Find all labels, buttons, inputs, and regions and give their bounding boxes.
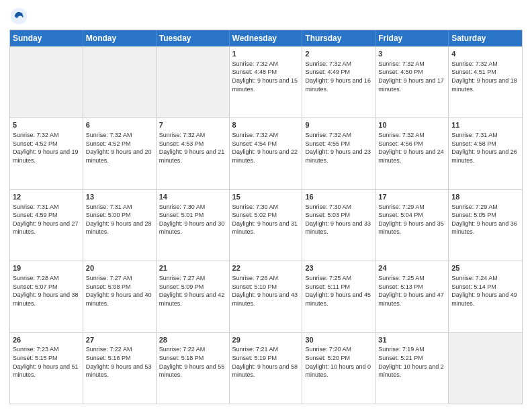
calendar-cell: 5Sunrise: 7:32 AMSunset: 4:52 PMDaylight… — [10, 118, 83, 189]
day-number: 6 — [86, 120, 153, 130]
day-number: 3 — [378, 49, 445, 59]
calendar-cell: 11Sunrise: 7:31 AMSunset: 4:58 PMDayligh… — [449, 118, 522, 189]
cell-info: Sunrise: 7:32 AMSunset: 4:54 PMDaylight:… — [232, 131, 300, 165]
cell-info: Sunrise: 7:32 AMSunset: 4:56 PMDaylight:… — [378, 131, 445, 165]
calendar-body: 1Sunrise: 7:32 AMSunset: 4:48 PMDaylight… — [10, 46, 522, 404]
day-number: 30 — [305, 335, 372, 345]
cell-info: Sunrise: 7:29 AMSunset: 5:04 PMDaylight:… — [378, 203, 445, 236]
cell-info: Sunrise: 7:31 AMSunset: 4:59 PMDaylight:… — [13, 203, 80, 236]
cell-info: Sunrise: 7:31 AMSunset: 5:00 PMDaylight:… — [86, 203, 153, 236]
calendar-cell: 13Sunrise: 7:31 AMSunset: 5:00 PMDayligh… — [83, 190, 157, 261]
calendar-cell: 6Sunrise: 7:32 AMSunset: 4:52 PMDaylight… — [83, 118, 157, 189]
cell-info: Sunrise: 7:32 AMSunset: 4:52 PMDaylight:… — [13, 131, 80, 165]
calendar-header-cell: Tuesday — [157, 30, 230, 46]
calendar-cell: 28Sunrise: 7:22 AMSunset: 5:18 PMDayligh… — [157, 333, 230, 404]
day-number: 23 — [305, 263, 372, 273]
cell-info: Sunrise: 7:23 AMSunset: 5:15 PMDaylight:… — [13, 345, 80, 379]
calendar-cell: 9Sunrise: 7:32 AMSunset: 4:55 PMDaylight… — [302, 118, 375, 189]
cell-info: Sunrise: 7:29 AMSunset: 5:05 PMDaylight:… — [451, 203, 519, 236]
calendar-cell: 23Sunrise: 7:25 AMSunset: 5:11 PMDayligh… — [302, 261, 375, 332]
calendar-cell: 17Sunrise: 7:29 AMSunset: 5:04 PMDayligh… — [375, 190, 449, 261]
cell-info: Sunrise: 7:22 AMSunset: 5:18 PMDaylight:… — [159, 345, 226, 379]
calendar-cell — [157, 47, 230, 118]
day-number: 26 — [13, 335, 80, 345]
day-number: 22 — [232, 263, 300, 273]
calendar-cell: 25Sunrise: 7:24 AMSunset: 5:14 PMDayligh… — [449, 261, 522, 332]
day-number: 2 — [305, 49, 372, 59]
calendar-cell: 14Sunrise: 7:30 AMSunset: 5:01 PMDayligh… — [157, 190, 230, 261]
calendar-cell: 20Sunrise: 7:27 AMSunset: 5:08 PMDayligh… — [83, 261, 157, 332]
calendar-header-cell: Thursday — [302, 30, 375, 46]
calendar-cell: 15Sunrise: 7:30 AMSunset: 5:02 PMDayligh… — [230, 190, 303, 261]
calendar-cell: 16Sunrise: 7:30 AMSunset: 5:03 PMDayligh… — [302, 190, 375, 261]
day-number: 18 — [451, 192, 519, 202]
calendar-header: SundayMondayTuesdayWednesdayThursdayFrid… — [10, 30, 522, 46]
cell-info: Sunrise: 7:32 AMSunset: 4:49 PMDaylight:… — [305, 60, 372, 93]
calendar-header-cell: Monday — [83, 30, 157, 46]
cell-info: Sunrise: 7:32 AMSunset: 4:55 PMDaylight:… — [305, 131, 372, 165]
cell-info: Sunrise: 7:20 AMSunset: 5:20 PMDaylight:… — [305, 345, 372, 379]
cell-info: Sunrise: 7:22 AMSunset: 5:16 PMDaylight:… — [86, 345, 153, 379]
calendar-header-cell: Friday — [375, 30, 449, 46]
cell-info: Sunrise: 7:32 AMSunset: 4:50 PMDaylight:… — [378, 60, 445, 93]
day-number: 27 — [86, 335, 153, 345]
calendar-cell: 18Sunrise: 7:29 AMSunset: 5:05 PMDayligh… — [449, 190, 522, 261]
day-number: 10 — [378, 120, 445, 130]
calendar-cell: 26Sunrise: 7:23 AMSunset: 5:15 PMDayligh… — [10, 333, 83, 404]
day-number: 20 — [86, 263, 153, 273]
day-number: 14 — [159, 192, 226, 202]
cell-info: Sunrise: 7:32 AMSunset: 4:51 PMDaylight:… — [451, 60, 519, 93]
calendar-cell: 27Sunrise: 7:22 AMSunset: 5:16 PMDayligh… — [83, 333, 157, 404]
cell-info: Sunrise: 7:27 AMSunset: 5:09 PMDaylight:… — [159, 274, 226, 308]
cell-info: Sunrise: 7:30 AMSunset: 5:03 PMDaylight:… — [305, 203, 372, 236]
calendar-row: 19Sunrise: 7:28 AMSunset: 5:07 PMDayligh… — [10, 261, 522, 332]
calendar-cell: 10Sunrise: 7:32 AMSunset: 4:56 PMDayligh… — [375, 118, 449, 189]
day-number: 31 — [378, 335, 445, 345]
calendar-cell: 21Sunrise: 7:27 AMSunset: 5:09 PMDayligh… — [157, 261, 230, 332]
calendar-cell: 24Sunrise: 7:25 AMSunset: 5:13 PMDayligh… — [375, 261, 449, 332]
cell-info: Sunrise: 7:24 AMSunset: 5:14 PMDaylight:… — [451, 274, 519, 308]
header — [9, 7, 523, 26]
page: SundayMondayTuesdayWednesdayThursdayFrid… — [0, 0, 532, 411]
cell-info: Sunrise: 7:32 AMSunset: 4:48 PMDaylight:… — [232, 60, 300, 93]
cell-info: Sunrise: 7:32 AMSunset: 4:53 PMDaylight:… — [159, 131, 226, 165]
day-number: 17 — [378, 192, 445, 202]
day-number: 24 — [378, 263, 445, 273]
calendar-row: 1Sunrise: 7:32 AMSunset: 4:48 PMDaylight… — [10, 46, 522, 118]
cell-info: Sunrise: 7:25 AMSunset: 5:13 PMDaylight:… — [378, 274, 445, 308]
calendar-cell: 31Sunrise: 7:19 AMSunset: 5:21 PMDayligh… — [375, 333, 449, 404]
cell-info: Sunrise: 7:31 AMSunset: 4:58 PMDaylight:… — [451, 131, 519, 165]
calendar-cell: 4Sunrise: 7:32 AMSunset: 4:51 PMDaylight… — [449, 47, 522, 118]
logo-icon — [9, 7, 28, 26]
day-number: 11 — [451, 120, 519, 130]
cell-info: Sunrise: 7:30 AMSunset: 5:01 PMDaylight:… — [159, 203, 226, 236]
calendar-cell: 29Sunrise: 7:21 AMSunset: 5:19 PMDayligh… — [230, 333, 303, 404]
cell-info: Sunrise: 7:21 AMSunset: 5:19 PMDaylight:… — [232, 345, 300, 379]
cell-info: Sunrise: 7:28 AMSunset: 5:07 PMDaylight:… — [13, 274, 80, 308]
calendar-cell: 2Sunrise: 7:32 AMSunset: 4:49 PMDaylight… — [302, 47, 375, 118]
calendar-row: 5Sunrise: 7:32 AMSunset: 4:52 PMDaylight… — [10, 118, 522, 189]
calendar-cell: 30Sunrise: 7:20 AMSunset: 5:20 PMDayligh… — [302, 333, 375, 404]
calendar-cell: 3Sunrise: 7:32 AMSunset: 4:50 PMDaylight… — [375, 47, 449, 118]
calendar-cell: 1Sunrise: 7:32 AMSunset: 4:48 PMDaylight… — [230, 47, 303, 118]
calendar-cell: 22Sunrise: 7:26 AMSunset: 5:10 PMDayligh… — [230, 261, 303, 332]
cell-info: Sunrise: 7:27 AMSunset: 5:08 PMDaylight:… — [86, 274, 153, 308]
day-number: 1 — [232, 49, 300, 59]
day-number: 29 — [232, 335, 300, 345]
day-number: 13 — [86, 192, 153, 202]
cell-info: Sunrise: 7:25 AMSunset: 5:11 PMDaylight:… — [305, 274, 372, 308]
calendar-cell: 12Sunrise: 7:31 AMSunset: 4:59 PMDayligh… — [10, 190, 83, 261]
day-number: 28 — [159, 335, 226, 345]
day-number: 9 — [305, 120, 372, 130]
day-number: 8 — [232, 120, 300, 130]
calendar-header-cell: Saturday — [449, 30, 522, 46]
cell-info: Sunrise: 7:26 AMSunset: 5:10 PMDaylight:… — [232, 274, 300, 308]
cell-info: Sunrise: 7:19 AMSunset: 5:21 PMDaylight:… — [378, 345, 445, 379]
cell-info: Sunrise: 7:32 AMSunset: 4:52 PMDaylight:… — [86, 131, 153, 165]
logo — [9, 7, 31, 26]
calendar-row: 26Sunrise: 7:23 AMSunset: 5:15 PMDayligh… — [10, 332, 522, 404]
day-number: 12 — [13, 192, 80, 202]
cell-info: Sunrise: 7:30 AMSunset: 5:02 PMDaylight:… — [232, 203, 300, 236]
day-number: 7 — [159, 120, 226, 130]
calendar-row: 12Sunrise: 7:31 AMSunset: 4:59 PMDayligh… — [10, 189, 522, 261]
